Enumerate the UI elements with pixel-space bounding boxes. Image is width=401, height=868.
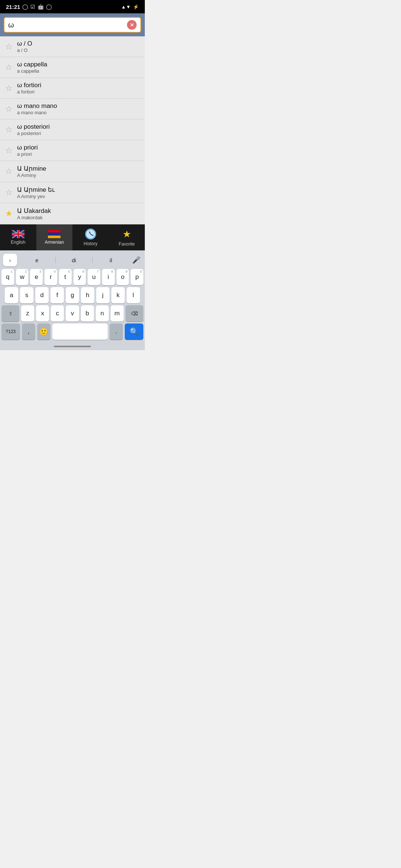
list-item[interactable]: ☆ω fortioria fortiori xyxy=(0,78,145,99)
tab-armenian-label: Armenian xyxy=(45,240,64,245)
key-i[interactable]: 8i xyxy=(102,269,115,285)
key-numbers[interactable]: ?123 xyxy=(1,323,20,340)
star-icon[interactable]: ☆ xyxy=(5,188,13,197)
key-p[interactable]: 0p xyxy=(131,269,143,285)
battery-icon: ⚡ xyxy=(133,4,139,10)
list-item[interactable]: ☆ω posterioria posteriori xyxy=(0,119,145,140)
key-space[interactable] xyxy=(52,323,108,340)
suggestion-di[interactable]: di xyxy=(56,257,93,263)
key-g[interactable]: g xyxy=(66,287,79,303)
keyboard-row-2: a s d f g h j k l xyxy=(1,287,143,303)
key-z[interactable]: z xyxy=(21,305,34,322)
clock-icon xyxy=(85,228,96,240)
star-icon[interactable]: ☆ xyxy=(5,146,13,155)
clear-button[interactable] xyxy=(127,20,137,30)
list-item[interactable]: ★Ա ՄakardakA makordak xyxy=(0,203,145,224)
keyboard-row-4: ?123 , 🙂 . 🔍 xyxy=(1,323,143,340)
result-main-text: ω cappella xyxy=(17,61,47,68)
svg-rect-8 xyxy=(12,233,25,235)
result-main-text: ω / O xyxy=(17,40,32,47)
key-r[interactable]: 4r xyxy=(45,269,57,285)
result-sub-text: a priori xyxy=(17,151,38,157)
result-main-text: Ա Մakardak xyxy=(17,207,51,215)
tab-history[interactable]: History xyxy=(72,224,109,250)
status-bar: 21:21 ◯ ☑ 🤖 ◯ ▲▼ ⚡ xyxy=(0,0,145,13)
tab-favorite[interactable]: ★ Favorite xyxy=(109,224,145,250)
keyboard-suggestions-row: › e di il 🎤 xyxy=(1,253,143,267)
key-search[interactable]: 🔍 xyxy=(125,323,143,340)
result-sub-text: a mano mano xyxy=(17,110,57,115)
result-sub-text: A Arminy yev xyxy=(17,194,55,199)
star-icon[interactable]: ☆ xyxy=(5,63,13,72)
key-comma[interactable]: , xyxy=(22,323,35,340)
home-bar xyxy=(54,346,91,347)
star-icon[interactable]: ☆ xyxy=(5,83,13,93)
list-item[interactable]: ☆Ա Արmine եւA Arminy yev xyxy=(0,182,145,203)
star-icon[interactable]: ☆ xyxy=(5,167,13,176)
key-l[interactable]: l xyxy=(127,287,140,303)
result-sub-text: A makordak xyxy=(17,215,51,220)
favorite-star-icon: ★ xyxy=(123,228,131,240)
result-main-text: ω posteriori xyxy=(17,123,50,131)
key-w[interactable]: 2w xyxy=(16,269,29,285)
search-input-wrapper[interactable]: ω xyxy=(4,17,141,33)
key-b[interactable]: b xyxy=(81,305,94,322)
search-bar: ω xyxy=(0,13,145,36)
key-o[interactable]: 9o xyxy=(117,269,129,285)
tab-armenian[interactable]: Armenian xyxy=(36,224,73,250)
microphone-icon[interactable]: 🎤 xyxy=(129,254,143,266)
wifi-icon: ▲▼ xyxy=(121,4,131,10)
list-item[interactable]: ☆ω cappellaa cappella xyxy=(0,57,145,78)
keyboard-nav-btn[interactable]: › xyxy=(3,254,17,266)
key-e[interactable]: 3e xyxy=(30,269,43,285)
result-main-text: ω priori xyxy=(17,144,38,151)
status-icon-3: 🤖 xyxy=(38,4,44,10)
star-icon[interactable]: ★ xyxy=(5,209,13,218)
key-n[interactable]: n xyxy=(96,305,109,322)
list-item[interactable]: ☆ω prioria priori xyxy=(0,140,145,161)
key-c[interactable]: c xyxy=(51,305,64,322)
suggestion-e[interactable]: e xyxy=(19,257,56,263)
tab-bar: English Armenian History ★ Favorite xyxy=(0,224,145,250)
key-v[interactable]: v xyxy=(66,305,79,322)
status-icon-4: ◯ xyxy=(46,4,52,10)
key-a[interactable]: a xyxy=(5,287,18,303)
key-backspace[interactable]: ⌫ xyxy=(125,305,143,322)
keyboard-row-3: ⇧ z x c v b n m ⌫ xyxy=(1,305,143,322)
key-k[interactable]: k xyxy=(111,287,125,303)
list-item[interactable]: ☆ω / Oa / O xyxy=(0,36,145,57)
status-icon-1: ◯ xyxy=(22,4,28,10)
star-icon[interactable]: ☆ xyxy=(5,42,13,52)
star-icon[interactable]: ☆ xyxy=(5,104,13,114)
key-q[interactable]: 1q xyxy=(1,269,14,285)
key-d[interactable]: d xyxy=(35,287,49,303)
key-u[interactable]: 7u xyxy=(88,269,100,285)
star-icon[interactable]: ☆ xyxy=(5,125,13,135)
suggestion-il[interactable]: il xyxy=(92,257,129,263)
tab-english[interactable]: English xyxy=(0,224,36,250)
key-f[interactable]: f xyxy=(50,287,64,303)
key-shift[interactable]: ⇧ xyxy=(1,305,19,322)
status-left: 21:21 ◯ ☑ 🤖 ◯ xyxy=(6,4,52,10)
key-x[interactable]: x xyxy=(36,305,49,322)
status-time: 21:21 xyxy=(6,4,20,10)
key-s[interactable]: s xyxy=(20,287,33,303)
result-main-text: Ա Արmine եւ xyxy=(17,186,55,194)
key-t[interactable]: 5t xyxy=(59,269,72,285)
search-input[interactable]: ω xyxy=(8,21,125,29)
key-j[interactable]: j xyxy=(96,287,110,303)
list-item[interactable]: ☆Ա ԱրmineA Arminy xyxy=(0,161,145,182)
list-item[interactable]: ☆ω mano manoa mano mano xyxy=(0,99,145,119)
key-y[interactable]: 6y xyxy=(74,269,86,285)
result-sub-text: a / O xyxy=(17,47,32,53)
suggestion-list: e di il xyxy=(19,253,129,267)
key-period[interactable]: . xyxy=(110,323,123,340)
result-main-text: ω fortiori xyxy=(17,82,41,89)
results-list: ☆ω / Oa / O☆ω cappellaa cappella☆ω forti… xyxy=(0,36,145,224)
key-m[interactable]: m xyxy=(111,305,124,322)
tab-history-label: History xyxy=(84,241,97,246)
keyboard: › e di il 🎤 1q 2w 3e 4r 5t 6y 7u 8i 9o 0… xyxy=(0,250,145,343)
status-icons-right: ▲▼ ⚡ xyxy=(121,4,139,10)
key-h[interactable]: h xyxy=(81,287,94,303)
key-emoji[interactable]: 🙂 xyxy=(37,323,50,340)
